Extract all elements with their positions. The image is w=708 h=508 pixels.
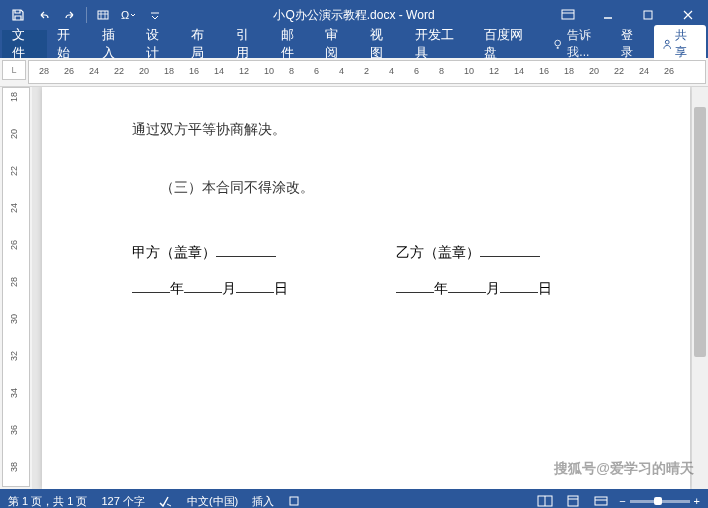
print-layout-button[interactable] bbox=[563, 493, 583, 508]
tab-review[interactable]: 审阅 bbox=[315, 30, 360, 58]
word-count[interactable]: 127 个字 bbox=[101, 494, 144, 509]
svg-rect-8 bbox=[568, 496, 578, 506]
doc-text-line: 通过双方平等协商解决。 bbox=[132, 113, 600, 147]
ribbon-display-button[interactable] bbox=[548, 0, 588, 30]
vertical-ruler[interactable]: 1820222426283032343638 bbox=[2, 87, 30, 487]
ribbon-tabs: 文件 开始 插入 设计 布局 引用 邮件 审阅 视图 开发工具 百度网盘 告诉我… bbox=[0, 30, 708, 58]
tab-home[interactable]: 开始 bbox=[47, 30, 92, 58]
svg-point-5 bbox=[665, 40, 669, 44]
tab-file[interactable]: 文件 bbox=[2, 30, 47, 58]
scrollbar-thumb[interactable] bbox=[694, 107, 706, 357]
document-page[interactable]: 通过双方平等协商解决。 （三）本合同不得涂改。 甲方（盖章） 乙方（盖章） 年月… bbox=[42, 87, 690, 489]
tab-baidu[interactable]: 百度网盘 bbox=[474, 30, 544, 58]
spell-check-icon[interactable] bbox=[159, 495, 173, 507]
ruler-area: L 28262422201816141210864246810121416182… bbox=[0, 58, 708, 87]
zoom-control[interactable]: − + bbox=[619, 495, 700, 507]
svg-text:Ω: Ω bbox=[121, 9, 129, 21]
insert-mode[interactable]: 插入 bbox=[252, 494, 274, 509]
signin-button[interactable]: 登录 bbox=[621, 27, 644, 61]
zoom-in-button[interactable]: + bbox=[694, 495, 700, 507]
horizontal-ruler[interactable]: 2826242220181614121086424681012141618202… bbox=[28, 60, 706, 84]
tab-insert[interactable]: 插入 bbox=[92, 30, 137, 58]
tab-view[interactable]: 视图 bbox=[360, 30, 405, 58]
macro-icon[interactable] bbox=[288, 495, 300, 507]
save-button[interactable] bbox=[6, 3, 30, 27]
status-bar: 第 1 页，共 1 页 127 个字 中文(中国) 插入 − + bbox=[0, 489, 708, 508]
share-button[interactable]: 共享 bbox=[654, 25, 706, 63]
page-area: 通过双方平等协商解决。 （三）本合同不得涂改。 甲方（盖章） 乙方（盖章） 年月… bbox=[32, 87, 708, 489]
web-layout-button[interactable] bbox=[591, 493, 611, 508]
zoom-out-button[interactable]: − bbox=[619, 495, 625, 507]
party-a-signature: 甲方（盖章） bbox=[132, 244, 336, 262]
language-status[interactable]: 中文(中国) bbox=[187, 494, 238, 509]
read-mode-button[interactable] bbox=[535, 493, 555, 508]
tab-design[interactable]: 设计 bbox=[136, 30, 181, 58]
ruler-corner[interactable]: L bbox=[2, 60, 26, 80]
redo-button[interactable] bbox=[58, 3, 82, 27]
date-b: 年月日 bbox=[396, 280, 600, 298]
quick-access-toolbar: Ω bbox=[0, 3, 167, 27]
workspace: 1820222426283032343638 通过双方平等协商解决。 （三）本合… bbox=[0, 87, 708, 489]
tab-layout[interactable]: 布局 bbox=[181, 30, 226, 58]
tab-references[interactable]: 引用 bbox=[226, 30, 271, 58]
qat-button-2[interactable]: Ω bbox=[117, 3, 141, 27]
date-a: 年月日 bbox=[132, 280, 336, 298]
svg-rect-2 bbox=[562, 10, 574, 19]
qat-customize-button[interactable] bbox=[143, 3, 167, 27]
tab-developer[interactable]: 开发工具 bbox=[405, 30, 475, 58]
lightbulb-icon bbox=[552, 38, 563, 50]
share-icon bbox=[662, 39, 672, 50]
doc-text-line: （三）本合同不得涂改。 bbox=[132, 171, 600, 205]
party-b-signature: 乙方（盖章） bbox=[396, 244, 600, 262]
tab-mailings[interactable]: 邮件 bbox=[271, 30, 316, 58]
svg-rect-9 bbox=[595, 497, 607, 505]
undo-button[interactable] bbox=[32, 3, 56, 27]
page-count[interactable]: 第 1 页，共 1 页 bbox=[8, 494, 87, 509]
window-title: 小Q办公演示教程.docx - Word bbox=[273, 7, 434, 24]
minimize-button[interactable] bbox=[588, 0, 628, 30]
svg-rect-0 bbox=[98, 11, 108, 19]
qat-button-1[interactable] bbox=[91, 3, 115, 27]
svg-rect-3 bbox=[644, 11, 652, 19]
svg-point-4 bbox=[555, 40, 561, 46]
tell-me-search[interactable]: 告诉我... bbox=[552, 27, 611, 61]
zoom-slider[interactable] bbox=[630, 500, 690, 503]
vertical-scrollbar[interactable] bbox=[692, 87, 708, 489]
signature-row: 甲方（盖章） 乙方（盖章） bbox=[132, 244, 600, 262]
date-row: 年月日 年月日 bbox=[132, 280, 600, 298]
svg-rect-6 bbox=[290, 497, 298, 505]
